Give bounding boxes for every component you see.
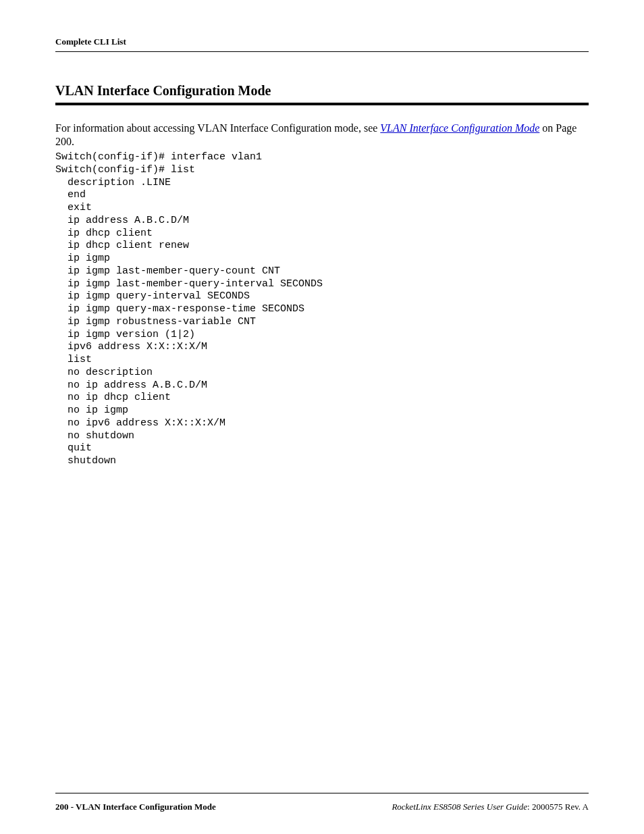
page-footer: 200 - VLAN Interface Configuration Mode …	[55, 793, 589, 812]
footer-right: RocketLinx ES8508 Series User Guide: 200…	[392, 802, 589, 812]
footer-right-italic: RocketLinx ES8508 Series User Guide	[392, 802, 527, 812]
title-rule	[55, 103, 589, 105]
intro-paragraph: For information about accessing VLAN Int…	[55, 122, 589, 149]
footer-right-plain: : 2000575 Rev. A	[527, 802, 589, 812]
footer-row: 200 - VLAN Interface Configuration Mode …	[55, 802, 589, 812]
running-header: Complete CLI List	[55, 36, 589, 47]
section-title: VLAN Interface Configuration Mode	[55, 83, 589, 99]
cli-output: Switch(config-if)# interface vlan1 Switc…	[55, 151, 589, 468]
header-rule	[55, 51, 589, 52]
footer-left: 200 - VLAN Interface Configuration Mode	[55, 802, 216, 812]
footer-rule	[55, 793, 589, 793]
intro-prefix: For information about accessing VLAN Int…	[55, 122, 380, 134]
xref-link[interactable]: VLAN Interface Configuration Mode	[380, 122, 539, 134]
